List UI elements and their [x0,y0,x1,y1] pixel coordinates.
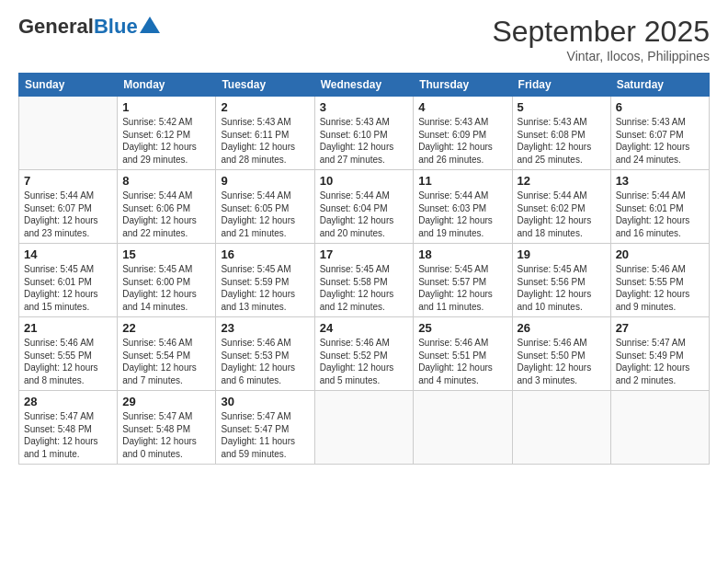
day-info: Sunrise: 5:44 AMSunset: 6:05 PMDaylight:… [221,190,309,239]
day-info: Sunrise: 5:43 AMSunset: 6:11 PMDaylight:… [221,116,309,166]
day-info: Sunrise: 5:44 AMSunset: 6:01 PMDaylight:… [616,190,704,239]
month-title: September 2025 [492,15,710,49]
calendar-cell [19,97,118,170]
calendar-cell: 1Sunrise: 5:42 AMSunset: 6:12 PMDaylight… [118,97,216,170]
calendar-day-header: Monday [118,74,216,97]
day-info: Sunrise: 5:43 AMSunset: 6:07 PMDaylight:… [616,116,704,166]
day-number: 2 [221,100,309,114]
day-info: Sunrise: 5:45 AMSunset: 6:00 PMDaylight:… [122,263,210,313]
day-number: 29 [122,395,210,408]
day-number: 28 [24,395,112,408]
logo-blue: Blue [94,15,138,39]
calendar-day-header: Sunday [19,74,118,97]
day-info: Sunrise: 5:44 AMSunset: 6:07 PMDaylight:… [24,190,112,239]
calendar-cell [512,391,610,465]
day-info: Sunrise: 5:43 AMSunset: 6:08 PMDaylight:… [518,116,606,166]
day-info: Sunrise: 5:46 AMSunset: 5:53 PMDaylight:… [221,337,309,386]
day-info: Sunrise: 5:46 AMSunset: 5:54 PMDaylight:… [122,337,210,386]
calendar-cell: 27Sunrise: 5:47 AMSunset: 5:49 PMDayligh… [610,317,709,391]
day-info: Sunrise: 5:43 AMSunset: 6:10 PMDaylight:… [320,116,409,166]
calendar-cell: 12Sunrise: 5:44 AMSunset: 6:02 PMDayligh… [512,170,610,244]
calendar-cell: 2Sunrise: 5:43 AMSunset: 6:11 PMDaylight… [216,97,314,170]
day-number: 9 [221,174,309,188]
calendar-cell: 6Sunrise: 5:43 AMSunset: 6:07 PMDaylight… [610,97,709,170]
calendar-cell: 29Sunrise: 5:47 AMSunset: 5:48 PMDayligh… [118,391,216,465]
day-number: 27 [616,321,704,335]
calendar-cell: 9Sunrise: 5:44 AMSunset: 6:05 PMDaylight… [216,170,314,244]
day-number: 11 [418,174,506,188]
day-number: 18 [418,247,506,261]
day-info: Sunrise: 5:47 AMSunset: 5:49 PMDaylight:… [616,337,704,386]
day-number: 7 [24,174,112,188]
calendar-cell: 21Sunrise: 5:46 AMSunset: 5:55 PMDayligh… [19,317,118,391]
day-info: Sunrise: 5:44 AMSunset: 6:06 PMDaylight:… [122,190,210,239]
calendar-cell: 3Sunrise: 5:43 AMSunset: 6:10 PMDaylight… [314,97,414,170]
calendar-cell: 13Sunrise: 5:44 AMSunset: 6:01 PMDayligh… [610,170,709,244]
calendar-cell: 10Sunrise: 5:44 AMSunset: 6:04 PMDayligh… [314,170,414,244]
calendar-cell: 24Sunrise: 5:46 AMSunset: 5:52 PMDayligh… [314,317,414,391]
day-info: Sunrise: 5:46 AMSunset: 5:50 PMDaylight:… [518,337,606,386]
day-info: Sunrise: 5:45 AMSunset: 5:57 PMDaylight:… [418,263,506,313]
day-number: 1 [122,100,210,114]
day-number: 5 [518,100,606,114]
day-number: 20 [616,247,704,261]
day-info: Sunrise: 5:46 AMSunset: 5:51 PMDaylight:… [418,337,506,386]
day-info: Sunrise: 5:42 AMSunset: 6:12 PMDaylight:… [122,116,210,166]
logo-icon [140,17,160,33]
day-info: Sunrise: 5:47 AMSunset: 5:48 PMDaylight:… [122,410,210,460]
day-number: 22 [122,321,210,335]
day-number: 17 [320,247,409,261]
day-info: Sunrise: 5:45 AMSunset: 5:59 PMDaylight:… [221,263,309,313]
calendar-cell [610,391,709,465]
calendar-cell: 15Sunrise: 5:45 AMSunset: 6:00 PMDayligh… [118,244,216,317]
day-number: 24 [320,321,409,335]
day-number: 25 [418,321,506,335]
day-info: Sunrise: 5:45 AMSunset: 6:01 PMDaylight:… [24,263,112,313]
day-number: 10 [320,174,409,188]
logo: General Blue [18,15,160,39]
day-number: 6 [616,100,704,114]
calendar-cell [314,391,414,465]
calendar-cell: 8Sunrise: 5:44 AMSunset: 6:06 PMDaylight… [118,170,216,244]
day-info: Sunrise: 5:44 AMSunset: 6:02 PMDaylight:… [518,190,606,239]
page: General Blue September 2025 Vintar, Iloc… [0,0,728,563]
day-number: 30 [221,395,309,408]
day-number: 13 [616,174,704,188]
day-number: 3 [320,100,409,114]
calendar-table: SundayMondayTuesdayWednesdayThursdayFrid… [18,73,710,465]
calendar-week-row: 7Sunrise: 5:44 AMSunset: 6:07 PMDaylight… [19,170,710,244]
header: General Blue September 2025 Vintar, Iloc… [18,15,710,63]
day-number: 19 [518,247,606,261]
day-number: 26 [518,321,606,335]
day-number: 4 [418,100,506,114]
day-info: Sunrise: 5:43 AMSunset: 6:09 PMDaylight:… [418,116,506,166]
day-number: 23 [221,321,309,335]
calendar-cell: 5Sunrise: 5:43 AMSunset: 6:08 PMDaylight… [512,97,610,170]
location: Vintar, Ilocos, Philippines [492,49,710,63]
day-info: Sunrise: 5:47 AMSunset: 5:48 PMDaylight:… [24,410,112,460]
calendar-week-row: 14Sunrise: 5:45 AMSunset: 6:01 PMDayligh… [19,244,710,317]
calendar-cell: 30Sunrise: 5:47 AMSunset: 5:47 PMDayligh… [216,391,314,465]
calendar-cell: 18Sunrise: 5:45 AMSunset: 5:57 PMDayligh… [414,244,512,317]
calendar-header-row: SundayMondayTuesdayWednesdayThursdayFrid… [19,74,710,97]
calendar-day-header: Friday [512,74,610,97]
calendar-day-header: Saturday [610,74,709,97]
calendar-cell [414,391,512,465]
calendar-day-header: Tuesday [216,74,314,97]
calendar-cell: 28Sunrise: 5:47 AMSunset: 5:48 PMDayligh… [19,391,118,465]
day-info: Sunrise: 5:45 AMSunset: 5:56 PMDaylight:… [518,263,606,313]
day-number: 8 [122,174,210,188]
calendar-cell: 26Sunrise: 5:46 AMSunset: 5:50 PMDayligh… [512,317,610,391]
day-info: Sunrise: 5:45 AMSunset: 5:58 PMDaylight:… [320,263,409,313]
day-number: 14 [24,247,112,261]
calendar-week-row: 1Sunrise: 5:42 AMSunset: 6:12 PMDaylight… [19,97,710,170]
svg-marker-0 [140,17,160,33]
calendar-week-row: 21Sunrise: 5:46 AMSunset: 5:55 PMDayligh… [19,317,710,391]
calendar-week-row: 28Sunrise: 5:47 AMSunset: 5:48 PMDayligh… [19,391,710,465]
calendar-cell: 20Sunrise: 5:46 AMSunset: 5:55 PMDayligh… [610,244,709,317]
day-number: 15 [122,247,210,261]
calendar-cell: 25Sunrise: 5:46 AMSunset: 5:51 PMDayligh… [414,317,512,391]
calendar-cell: 11Sunrise: 5:44 AMSunset: 6:03 PMDayligh… [414,170,512,244]
calendar-cell: 14Sunrise: 5:45 AMSunset: 6:01 PMDayligh… [19,244,118,317]
day-info: Sunrise: 5:47 AMSunset: 5:47 PMDaylight:… [221,410,309,460]
